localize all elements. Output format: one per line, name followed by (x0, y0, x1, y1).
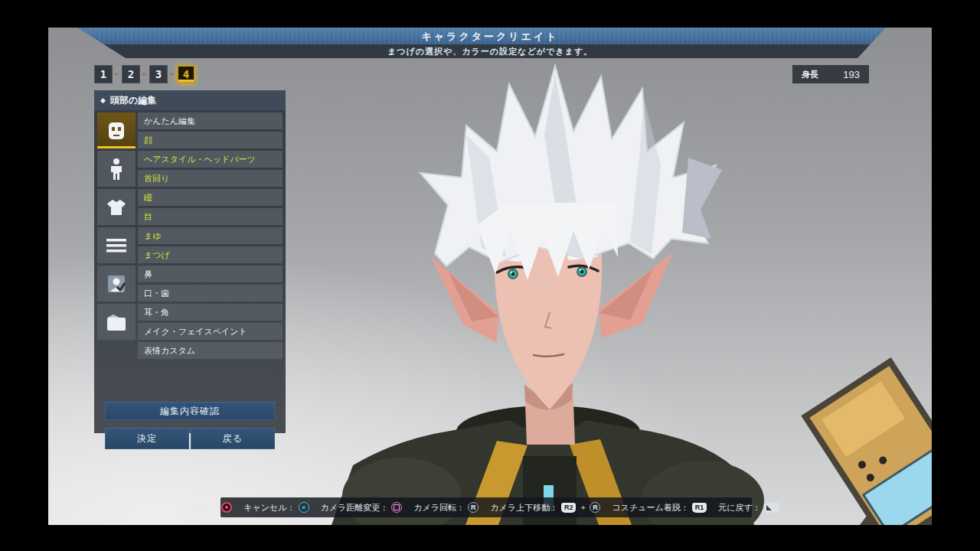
tab-step-3[interactable]: 3 (149, 65, 168, 83)
height-value: 193 (843, 69, 860, 80)
menu-item-hairstyle[interactable]: ヘアスタイル・ヘッドパーツ (138, 151, 283, 168)
menu-item-mouth-teeth[interactable]: 口・歯 (138, 285, 283, 302)
page-subtitle: まつげの選択や、カラーの設定などができます。 (387, 46, 593, 57)
tab-step-4[interactable]: 4 (177, 65, 195, 83)
hint-cancel: キャンセル： ✕ (243, 502, 309, 514)
title-banner: キャラクタークリエイト まつげの選択や、カラーの設定などができます。 (48, 28, 932, 58)
menu-item-eyebrows[interactable]: まゆ (138, 227, 283, 244)
tab-separator-icon: ▸ (143, 71, 146, 77)
category-portrait[interactable] (97, 266, 136, 302)
menu-item-makeup[interactable]: メイク・フェイスペイント (138, 323, 283, 340)
tab-step-2[interactable]: 2 (122, 65, 140, 83)
hint-decide-label: 決定： (193, 502, 218, 514)
r2-button-icon: R2 (561, 503, 577, 513)
confirm-edits-button[interactable]: 編集内容確認 (105, 402, 275, 420)
right-stick-icon: R (590, 502, 600, 513)
hint-camera-distance-label: カメラ距離変更： (321, 502, 389, 514)
tab-step-1[interactable]: 1 (94, 65, 113, 83)
hint-camera-distance: カメラ距離変更： (321, 502, 403, 514)
outfit-icon (106, 198, 127, 217)
step-tabs: 1 ▸ 2 ▸ 3 ▸ 4 (94, 65, 195, 83)
menu-icon (106, 239, 126, 253)
game-viewport: キャラクタークリエイト まつげの選択や、カラーの設定などができます。 1 ▸ 2… (48, 28, 932, 525)
tab-separator-icon: ▸ (171, 71, 174, 77)
screen: キャラクタークリエイト まつげの選択や、カラーの設定などができます。 1 ▸ 2… (0, 0, 980, 551)
menu-item-face[interactable]: 顔 (138, 132, 283, 148)
hint-undo: 元に戻す： (718, 502, 779, 514)
menu-item-eyes[interactable]: 目 (138, 208, 283, 225)
hint-camera-vertical: カメラ上下移動： R2 ＋ R (490, 502, 600, 514)
menu-item-eyelashes[interactable]: まつげ (138, 246, 283, 263)
category-bag[interactable] (97, 304, 136, 340)
subtitle-bar: まつげの選択や、カラーの設定などができます。 (48, 44, 932, 58)
hint-decide: 決定： (193, 502, 232, 514)
hint-camera-rotate-label: カメラ回転： (413, 502, 465, 514)
decide-button[interactable]: 決定 (105, 428, 189, 449)
body-icon (108, 158, 125, 181)
category-face[interactable] (97, 112, 136, 148)
square-button-icon (391, 502, 402, 513)
tab-separator-icon: ▸ (116, 71, 119, 77)
touchpad-icon (764, 503, 779, 513)
plus-sign: ＋ (579, 502, 586, 513)
panel-title: 頭部の編集 (110, 94, 156, 107)
menu-item-column: かんたん編集 顔 ヘアスタイル・ヘッドパーツ 首回り 瞳 目 まゆ まつげ 鼻 … (138, 112, 283, 361)
cross-button-icon: ✕ (299, 502, 309, 513)
category-body[interactable] (97, 151, 136, 187)
menu-item-neck[interactable]: 首回り (138, 170, 283, 187)
menu-item-expression[interactable]: 表情カスタム (138, 342, 283, 359)
right-stick-icon: R (468, 502, 479, 513)
head-edit-panel: ◆ 頭部の編集 (94, 90, 286, 433)
face-icon (106, 121, 126, 141)
height-label: 身長 (802, 69, 818, 80)
controller-hint-bar: 決定： キャンセル： ✕ カメラ距離変更： カメラ回転： R カメラ上下移動： … (220, 497, 752, 517)
hint-camera-vertical-label: カメラ上下移動： (490, 502, 558, 514)
page-title: キャラクタークリエイト (48, 30, 932, 44)
hint-costume-toggle: コスチューム着脱： R1 (612, 502, 707, 514)
character-hair (420, 66, 722, 280)
character-weapon (801, 357, 932, 525)
hint-camera-rotate: カメラ回転： R (413, 502, 479, 514)
panel-body: かんたん編集 顔 ヘアスタイル・ヘッドパーツ 首回り 瞳 目 まゆ まつげ 鼻 … (97, 112, 283, 430)
hint-costume-toggle-label: コスチューム着脱： (612, 502, 688, 514)
category-menu[interactable] (97, 227, 136, 263)
menu-item-easy-edit[interactable]: かんたん編集 (138, 112, 283, 129)
hint-cancel-label: キャンセル： (243, 502, 295, 514)
hint-undo-label: 元に戻す： (718, 502, 761, 514)
diamond-icon: ◆ (100, 96, 106, 104)
menu-item-ears-horns[interactable]: 耳・角 (138, 304, 283, 321)
panel-header: ◆ 頭部の編集 (94, 90, 286, 110)
menu-item-nose[interactable]: 鼻 (138, 266, 283, 282)
height-badge: 身長 193 (792, 65, 869, 83)
category-icon-column (97, 112, 136, 342)
back-button[interactable]: 戻る (191, 428, 275, 449)
portrait-icon (106, 274, 126, 294)
circle-button-icon (221, 502, 232, 513)
menu-item-pupils[interactable]: 瞳 (138, 189, 283, 206)
r1-button-icon: R1 (692, 503, 707, 513)
category-outfit[interactable] (97, 189, 136, 225)
bag-icon (106, 313, 127, 331)
